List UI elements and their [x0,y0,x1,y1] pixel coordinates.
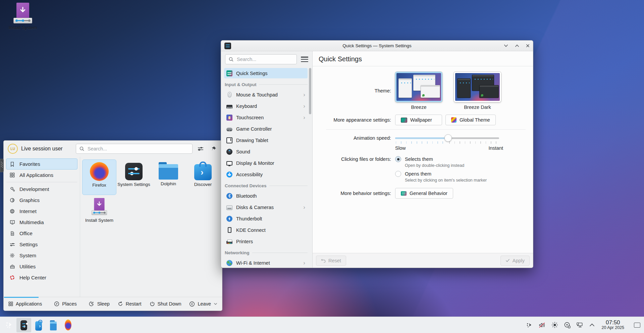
slider-ticks [449,141,499,144]
sidebar-separator [6,182,77,182]
sidebar-item-bluetooth[interactable]: Bluetooth [224,191,308,201]
avatar[interactable]: LU [8,144,18,154]
settings-search-input[interactable] [236,56,293,62]
radio-selects-them[interactable] [395,156,401,162]
titlebar[interactable]: Quick Settings — System Settings [221,41,533,51]
network-wired-icon[interactable] [576,322,584,328]
sidebar-item-game-controller[interactable]: Game Controller [224,124,308,134]
task-discover[interactable] [31,318,46,332]
media-player-icon[interactable] [564,322,571,328]
sidebar-item-all-applications[interactable]: All Applications [6,170,77,181]
radio-label[interactable]: Selects them [405,156,433,162]
sidebar-item-wifi-internet[interactable]: Wi-Fi & Internet › [224,258,308,268]
behavior-settings-label: More behavior settings: [313,191,395,196]
hamburger-menu-icon[interactable] [301,57,308,62]
app-dolphin[interactable]: Dolphin [151,159,185,195]
app-system-settings[interactable]: System Settings [117,159,151,195]
app-label: Discover [194,182,212,188]
wallpaper-button[interactable]: Wallpaper [395,115,442,125]
show-desktop-button[interactable] [634,323,640,328]
sidebar-item-system[interactable]: System [6,250,77,261]
desktop-icon-install-system[interactable]: Install System [3,3,43,30]
sidebar-item-utilities[interactable]: Utilities [6,261,77,272]
shutdown-button[interactable]: Shut Down [150,301,181,307]
popup-drag-handle[interactable] [0,159,4,172]
sidebar-item-label: Settings [19,242,38,247]
sidebar-scrollbar[interactable] [309,68,311,114]
settings-search[interactable] [225,54,297,64]
sidebar-item-kde-connect[interactable]: KDE Connect [224,225,308,235]
sidebar-item-graphics[interactable]: Graphics [6,195,77,206]
radio-opens-them[interactable] [395,171,401,177]
reset-button[interactable]: Reset [316,256,346,266]
sidebar-item-development[interactable]: Development [6,184,77,195]
mouse-icon [228,92,231,97]
leave-button[interactable]: Leave [189,301,217,307]
sidebar-item-multimedia[interactable]: Multimedia [6,217,77,228]
app-discover[interactable]: Discover [186,159,220,195]
sidebar-item-office[interactable]: Office [6,228,77,239]
sidebar-item-keyboard[interactable]: Keyboard › [224,101,308,111]
task-dolphin[interactable] [46,318,61,332]
keyboard-indicator-icon[interactable] [526,322,533,328]
animation-speed-slider[interactable] [395,134,499,144]
sidebar-item-printers[interactable]: Printers [224,236,308,247]
slider-max-label: Instant [488,145,503,151]
launcher-search[interactable] [76,144,193,154]
apply-button[interactable]: Apply [500,256,530,266]
sidebar-item-accessibility[interactable]: Accessibility [224,169,308,180]
sidebar-item-touchscreen[interactable]: Touchscreen › [224,112,308,123]
button-label: Apply [513,258,525,263]
undo-icon [321,258,326,263]
restart-button[interactable]: Restart [118,301,142,307]
theme-preview-breeze-dark[interactable] [454,72,501,102]
hard-drive-icon [226,205,232,210]
close-icon[interactable] [526,44,530,48]
section-header-connected-devices: Connected Devices [224,183,308,188]
sidebar-item-label: Sound [236,149,250,154]
sidebar-item-drawing-tablet[interactable]: Drawing Tablet [224,135,308,145]
maximize-icon[interactable] [515,44,519,48]
chevron-down-icon[interactable] [214,303,217,305]
global-theme-button[interactable]: Global Theme [445,115,496,125]
app-firefox[interactable]: Firefox [82,159,116,195]
sleep-button[interactable]: Sleep [89,301,110,307]
tab-applications[interactable]: Applications [8,301,42,307]
app-launcher-button[interactable] [2,318,16,332]
sidebar-item-favorites[interactable]: Favorites [6,158,77,170]
brightness-icon[interactable] [551,322,558,328]
sidebar-item-thunderbolt[interactable]: Thunderbolt [224,213,308,224]
launcher-search-input[interactable] [87,146,189,152]
sidebar-item-disks-cameras[interactable]: Disks & Cameras › [224,202,308,212]
button-label: Wallpaper [410,117,432,123]
volume-muted-icon[interactable] [538,322,546,328]
favorites-grid: Firefox System Settings Dolphin Discover [80,157,222,297]
general-behavior-button[interactable]: General Behavior [395,188,453,199]
configure-icon[interactable] [196,144,205,153]
sidebar-item-display-monitor[interactable]: Display & Monitor [224,158,308,168]
expand-tray-icon[interactable] [589,323,595,327]
tab-places[interactable]: Places [54,301,77,307]
task-firefox[interactable] [61,318,75,332]
sidebar-item-help-center[interactable]: Help Center [6,272,77,283]
button-label: Global Theme [460,117,490,123]
radio-label[interactable]: Opens them [405,171,431,177]
pin-icon[interactable] [209,144,218,153]
digital-clock[interactable]: 07:50 20 Apr 2025 [602,320,624,330]
speaker-icon [226,149,232,155]
theme-option-breeze-dark[interactable]: Breeze Dark [454,72,501,110]
slider-handle[interactable] [444,134,452,142]
task-system-settings[interactable] [16,318,31,332]
hammer-icon [9,186,15,192]
minimize-icon[interactable] [504,44,508,48]
launcher-sidebar: Favorites All Applications Development G… [4,157,80,297]
sidebar-item-mouse-touchpad[interactable]: Mouse & Touchpad › [224,89,308,100]
globe-icon [9,208,15,214]
theme-option-breeze[interactable]: Breeze [395,72,442,110]
theme-preview-breeze[interactable] [395,72,442,102]
sidebar-item-sound[interactable]: Sound [224,146,308,157]
sidebar-item-quick-settings[interactable]: Quick Settings [224,68,308,78]
sidebar-item-internet[interactable]: Internet [6,206,77,217]
sidebar-item-settings[interactable]: Settings [6,239,77,250]
app-install-system[interactable]: Install System [82,195,116,231]
